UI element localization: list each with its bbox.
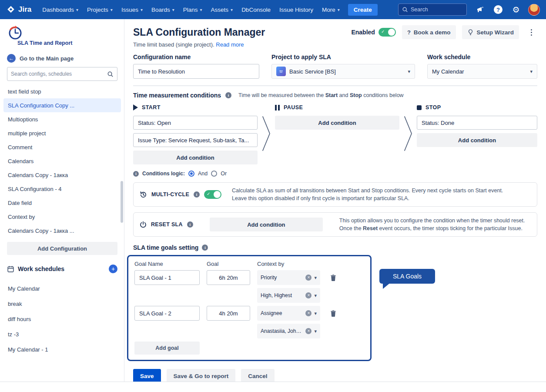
schedule-item[interactable]: My Calendar xyxy=(3,281,121,296)
start-add-condition-button[interactable]: Add condition xyxy=(133,151,258,164)
search-icon xyxy=(107,71,114,77)
goal-value-input[interactable] xyxy=(207,306,250,321)
info-icon[interactable] xyxy=(225,92,231,98)
jira-logo[interactable]: Jira xyxy=(6,5,31,14)
pause-add-condition-button[interactable]: Add condition xyxy=(275,116,399,130)
nav-item-projects[interactable]: Projects xyxy=(83,4,117,16)
config-item[interactable]: Calendars Copy - 1акка xyxy=(3,168,121,182)
config-item[interactable]: Comment xyxy=(3,140,121,154)
nav-item-dbconsole[interactable]: DbConsole xyxy=(238,4,275,16)
schedule-item[interactable]: diff hours xyxy=(3,312,121,327)
nav-item-boards[interactable]: Boards xyxy=(147,4,178,16)
announcements-button[interactable] xyxy=(475,4,486,15)
logic-and-radio[interactable] xyxy=(188,171,194,177)
logic-or-radio[interactable] xyxy=(211,171,217,177)
user-avatar[interactable] xyxy=(528,4,540,16)
schedule-item[interactable]: break xyxy=(3,296,121,312)
goal-name-input[interactable] xyxy=(134,270,200,285)
schedule-item[interactable]: tz -3 xyxy=(3,327,121,342)
context-values-select[interactable]: High, Highest xyxy=(257,288,320,303)
goal-name-input[interactable] xyxy=(134,306,200,321)
pause-label: PAUSE xyxy=(284,104,303,111)
play-icon xyxy=(133,104,138,111)
cancel-button[interactable]: Cancel xyxy=(241,369,274,382)
nav-item-issues[interactable]: Issues xyxy=(117,4,147,16)
project-select[interactable]: Basic Service [BS] xyxy=(271,64,415,79)
config-item[interactable]: Date field xyxy=(3,196,121,210)
read-more-link[interactable]: Read more xyxy=(216,41,244,48)
config-item[interactable]: Context by xyxy=(3,210,121,224)
chevron-down-icon xyxy=(314,293,317,298)
sidebar-scrollbar-thumb[interactable] xyxy=(121,181,123,223)
nav-item-assets[interactable]: Assets xyxy=(207,4,237,16)
work-schedule-select[interactable]: My Calendar xyxy=(427,64,537,79)
app-name: SLA Time and Report xyxy=(17,40,72,46)
nav-item-label: Assets xyxy=(211,7,229,13)
info-icon[interactable] xyxy=(194,191,200,198)
config-item[interactable]: Calendars Copy - 1акка ... xyxy=(3,224,121,238)
back-to-main-link[interactable]: Go to the Main page xyxy=(7,54,74,63)
clear-icon[interactable] xyxy=(305,328,312,334)
start-condition-input[interactable] xyxy=(133,133,258,147)
clear-icon[interactable] xyxy=(305,292,312,298)
info-icon[interactable] xyxy=(187,221,193,228)
global-search[interactable] xyxy=(398,3,467,16)
clear-icon[interactable] xyxy=(305,310,312,316)
create-button[interactable]: Create xyxy=(348,4,378,16)
nav-item-issue-history[interactable]: Issue History xyxy=(275,4,317,16)
schedule-item[interactable]: My Calendar - 1 xyxy=(3,342,121,357)
global-search-input[interactable] xyxy=(411,7,459,13)
settings-button[interactable] xyxy=(510,4,522,15)
config-name-input[interactable] xyxy=(133,64,259,79)
context-values-select[interactable]: Anastasiia, John Smit... xyxy=(257,324,320,338)
trash-icon xyxy=(330,274,337,281)
context-field-select[interactable]: Priority xyxy=(257,270,320,285)
clear-icon[interactable] xyxy=(305,275,312,281)
help-button[interactable] xyxy=(492,4,504,15)
sla-goals-callout: SLA Goals xyxy=(379,269,435,284)
add-schedule-button[interactable] xyxy=(109,265,117,273)
stop-condition-input[interactable] xyxy=(417,116,537,130)
goal-value-input[interactable] xyxy=(207,270,250,285)
calendar-icon xyxy=(7,265,14,273)
save-button[interactable]: Save xyxy=(133,369,161,382)
goals-area: Goal Name Goal Context by Priority High,… xyxy=(127,255,537,361)
config-item-selected[interactable]: SLA Configuration Copy ... xyxy=(3,98,121,112)
config-item[interactable]: SLA Configuration - 4 xyxy=(3,182,121,196)
start-condition-input[interactable] xyxy=(133,116,258,130)
config-item[interactable]: Calendars xyxy=(3,154,121,168)
config-item[interactable]: Multioptions xyxy=(3,112,121,126)
info-icon[interactable] xyxy=(202,245,208,251)
context-field-select[interactable]: Assignee xyxy=(257,306,320,321)
nav-item-label: Dashboards xyxy=(42,7,74,13)
nav-item-more[interactable]: More xyxy=(318,4,344,16)
nav-item-label: Issues xyxy=(121,7,138,13)
delete-goal-button[interactable] xyxy=(327,271,339,284)
sidebar-search-input[interactable] xyxy=(11,71,104,77)
back-label: Go to the Main page xyxy=(20,55,74,62)
sidebar-search[interactable] xyxy=(7,67,117,81)
flow-chevron xyxy=(261,104,271,177)
flow-chevron xyxy=(403,104,413,177)
book-demo-button[interactable]: Book a demo xyxy=(402,25,456,39)
add-goal-button[interactable]: Add goal xyxy=(134,342,200,355)
goals-section-header: SLA time goals setting xyxy=(133,244,537,251)
info-icon[interactable] xyxy=(133,171,139,177)
pause-column: PAUSE Add condition xyxy=(275,104,399,177)
config-item[interactable]: text field stop xyxy=(3,84,121,98)
stop-add-condition-button[interactable]: Add condition xyxy=(417,133,537,147)
nav-item-dashboards[interactable]: Dashboards xyxy=(38,4,82,16)
goal-header: Goal xyxy=(207,261,250,267)
save-go-report-button[interactable]: Save & Go to report xyxy=(167,369,236,382)
enabled-toggle[interactable] xyxy=(379,28,396,37)
delete-goal-button[interactable] xyxy=(327,307,339,320)
more-options-button[interactable] xyxy=(525,25,537,39)
reset-add-condition-button[interactable]: Add condition xyxy=(210,218,323,231)
config-item[interactable]: multiple project xyxy=(3,126,121,140)
multi-cycle-toggle[interactable] xyxy=(204,190,221,199)
lightbulb-icon xyxy=(467,29,474,36)
setup-wizard-button[interactable]: Setup Wizard xyxy=(462,25,519,39)
page-title: SLA Configuration Manager xyxy=(133,27,265,38)
add-configuration-button[interactable]: Add Configuration xyxy=(7,242,117,255)
nav-item-plans[interactable]: Plans xyxy=(179,4,206,16)
